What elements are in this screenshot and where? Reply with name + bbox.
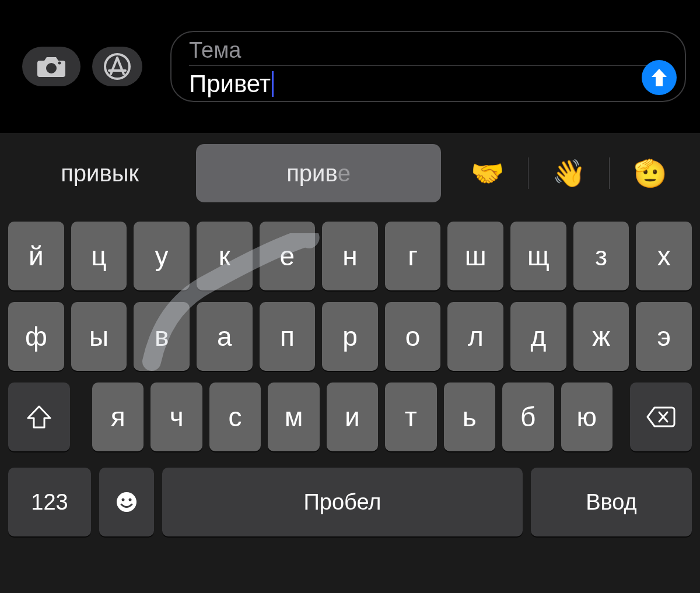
key-letter[interactable]: и <box>327 383 378 451</box>
key-letter[interactable]: р <box>322 302 378 371</box>
key-letter[interactable]: н <box>322 222 378 290</box>
key-rows: й ц у к е н г ш щ з х ф ы в а п р о л д … <box>6 208 694 583</box>
key-letter[interactable]: о <box>385 302 441 371</box>
space-key[interactable]: Пробел <box>162 468 523 536</box>
key-letter[interactable]: ю <box>561 383 612 451</box>
key-letter[interactable]: ц <box>71 222 127 290</box>
key-letter[interactable]: у <box>134 222 190 290</box>
key-row-3: я ч с м и т ь б ю <box>6 383 694 451</box>
appstore-icon <box>104 53 131 80</box>
backspace-key[interactable] <box>630 383 692 451</box>
svg-point-1 <box>58 62 61 65</box>
key-letter[interactable]: в <box>134 302 190 371</box>
suggestion-center[interactable]: приве <box>196 144 441 202</box>
suggestion-center-ghost: е <box>338 160 351 187</box>
enter-key[interactable]: Ввод <box>531 468 692 536</box>
key-letter[interactable]: ч <box>150 383 202 451</box>
shift-key[interactable] <box>8 383 70 451</box>
message-text: Привет <box>189 71 271 97</box>
suggestion-emoji-1[interactable]: 🤝 <box>447 157 528 189</box>
arrow-up-icon <box>650 68 668 87</box>
camera-icon <box>36 55 66 78</box>
key-letter[interactable]: ф <box>8 302 64 371</box>
message-field[interactable]: Привет <box>189 66 677 97</box>
keyboard: привык приве 🤝 👋 🫡 й ц у к е н г ш щ з х… <box>0 133 700 593</box>
key-letter[interactable]: с <box>209 383 261 451</box>
key-row-2: ф ы в а п р о л д ж э <box>6 302 694 371</box>
text-cursor <box>272 71 274 97</box>
key-letter[interactable]: щ <box>510 222 566 290</box>
message-input-container[interactable]: Тема Привет <box>170 31 686 102</box>
key-letter[interactable]: й <box>8 222 64 290</box>
key-letter[interactable]: т <box>385 383 436 451</box>
key-letter[interactable]: ж <box>573 302 629 371</box>
subject-field[interactable]: Тема <box>189 38 652 66</box>
compose-buttons <box>22 47 142 86</box>
key-letter[interactable]: х <box>636 222 692 290</box>
suggestion-bar: привык приве 🤝 👋 🫡 <box>6 139 694 208</box>
numbers-key[interactable]: 123 <box>8 468 91 536</box>
suggestion-emojis: 🤝 👋 🫡 <box>447 153 691 194</box>
suggestion-center-typed: прив <box>286 160 338 187</box>
suggestion-left[interactable]: привык <box>9 139 190 208</box>
key-letter[interactable]: м <box>268 383 319 451</box>
emoji-key[interactable] <box>99 468 154 536</box>
key-letter[interactable]: п <box>260 302 316 371</box>
backspace-icon <box>646 406 676 427</box>
key-row-4: 123 Пробел Ввод <box>6 468 694 536</box>
key-letter[interactable]: г <box>385 222 441 290</box>
svg-point-4 <box>122 499 125 501</box>
shift-icon <box>27 405 51 429</box>
apps-button[interactable] <box>92 47 142 86</box>
key-letter[interactable]: е <box>260 222 316 290</box>
suggestion-emoji-2[interactable]: 👋 <box>528 157 610 189</box>
key-letter[interactable]: з <box>573 222 629 290</box>
svg-point-3 <box>117 492 136 512</box>
key-letter[interactable]: а <box>197 302 253 371</box>
key-letter[interactable]: б <box>502 383 554 451</box>
compose-area: Тема Привет <box>0 0 700 133</box>
key-letter[interactable]: л <box>447 302 503 371</box>
svg-point-0 <box>46 63 57 73</box>
key-letter[interactable]: э <box>636 302 692 371</box>
key-letter[interactable]: ы <box>71 302 127 371</box>
key-letter[interactable]: к <box>197 222 253 290</box>
emoji-icon <box>115 490 138 514</box>
key-letter[interactable]: ш <box>447 222 503 290</box>
key-letter[interactable]: ь <box>444 383 495 451</box>
send-button[interactable] <box>642 60 677 95</box>
suggestion-emoji-3[interactable]: 🫡 <box>609 157 691 189</box>
camera-button[interactable] <box>22 47 80 86</box>
key-letter[interactable]: я <box>92 383 144 451</box>
key-letter[interactable]: д <box>510 302 566 371</box>
key-row-1: й ц у к е н г ш щ з х <box>6 222 694 290</box>
svg-point-5 <box>129 499 132 501</box>
